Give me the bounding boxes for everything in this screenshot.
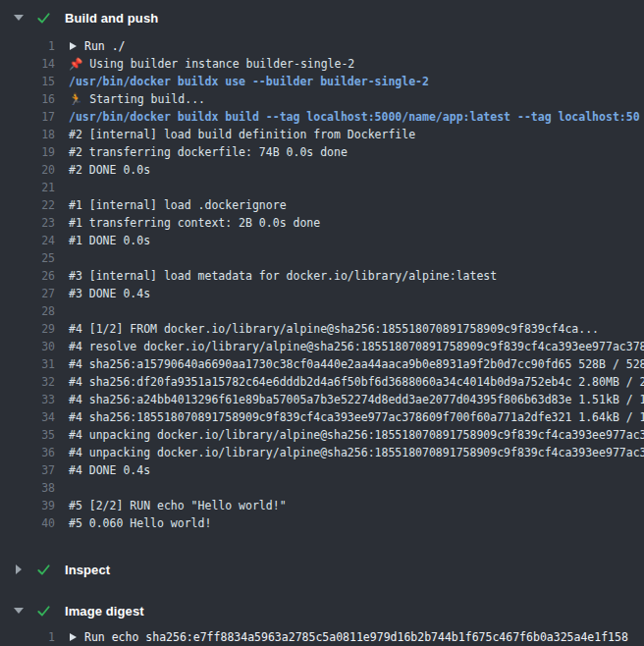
log-lines: 1Run ./14📌 Using builder instance builde… [0,31,644,542]
log-line: 25 [0,249,644,267]
line-number[interactable]: 1 [0,37,55,55]
log-text: #4 sha256:df20fa9351a15782c64e6dddb2d4a6… [69,373,644,391]
line-number[interactable]: 21 [0,179,55,196]
log-text: #3 DONE 0.4s [69,285,150,302]
section-title: Build and push [65,11,158,26]
log-line: 18#2 [internal] load build definition fr… [0,126,644,143]
log-lines: 1Run echo sha256:e7ff8834a5963a2785c5a08… [0,624,644,646]
log-text: #5 0.060 Hello world! [69,514,211,532]
line-number[interactable]: 34 [0,408,55,426]
line-number[interactable]: 37 [0,461,55,479]
log-line: 19#2 transferring dockerfile: 74B 0.0s d… [0,143,644,161]
line-number[interactable]: 40 [0,514,55,532]
line-number[interactable]: 24 [0,232,55,249]
command-text: /usr/bin/docker buildx build --tag local… [69,108,640,126]
log-text: #4 sha256:185518070891758909c9f839cf4ca3… [69,408,644,426]
line-number[interactable]: 31 [0,355,55,373]
log-line: 34#4 sha256:185518070891758909c9f839cf4c… [0,408,644,426]
log-text: #1 [internal] load .dockerignore [69,196,287,214]
log-line: 22#1 [internal] load .dockerignore [0,196,644,214]
log-line: 32#4 sha256:df20fa9351a15782c64e6dddb2d4… [0,373,644,391]
log-text: #2 transferring dockerfile: 74B 0.0s don… [69,143,348,161]
log-line: 37#4 DONE 0.4s [0,461,644,479]
line-number[interactable]: 26 [0,267,55,285]
line-number[interactable]: 25 [0,249,55,267]
line-number[interactable]: 18 [0,126,55,143]
check-success-icon [36,604,51,619]
log-text: #5 [2/2] RUN echo "Hello world!" [69,497,287,514]
log-section-build-and-push: Build and push1Run ./14📌 Using builder i… [0,4,644,542]
run-command-text: Run echo sha256:e7ff8834a5963a2785c5a081… [84,628,628,646]
line-number[interactable]: 30 [0,338,55,355]
line-number[interactable]: 39 [0,497,55,514]
line-number[interactable]: 29 [0,320,55,338]
line-number[interactable]: 36 [0,444,55,461]
line-number[interactable]: 19 [0,143,55,161]
log-text: #3 [internal] load metadata for docker.i… [69,267,497,285]
line-number[interactable]: 17 [0,108,55,126]
log-line: 36#4 unpacking docker.io/library/alpine@… [0,444,644,461]
log-line: 38 [0,479,644,497]
log-line: 24#1 DONE 0.0s [0,232,644,249]
log-line: 35#4 unpacking docker.io/library/alpine@… [0,426,644,444]
log-text: #4 unpacking docker.io/library/alpine@sh… [69,426,644,444]
run-command-text: Run ./ [84,37,126,55]
line-number[interactable]: 1 [0,628,55,646]
log-text: #4 sha256:a24bb4013296f61e89ba57005a7b3e… [69,391,644,408]
line-number[interactable]: 14 [0,55,55,73]
section-title: Inspect [65,563,110,577]
log-text: #2 [internal] load build definition from… [69,126,415,143]
line-number[interactable]: 16 [0,90,55,108]
log-line: 39#5 [2/2] RUN echo "Hello world!" [0,497,644,514]
line-number[interactable]: 15 [0,73,55,90]
workflow-log-viewer: Build and push1Run ./14📌 Using builder i… [0,4,644,646]
chevron-down-icon[interactable] [14,608,24,614]
log-section-inspect: Inspect [0,556,644,583]
expand-group-arrow-icon[interactable] [70,633,77,641]
log-text: #4 sha256:a15790640a6690aa1730c38cf0a440… [69,355,644,373]
expand-group-arrow-icon[interactable] [70,42,77,50]
log-text: #4 unpacking docker.io/library/alpine@sh… [69,444,644,461]
command-text: /usr/bin/docker buildx use --builder bui… [69,73,429,90]
log-section-image-digest: Image digest1Run echo sha256:e7ff8834a59… [0,597,644,646]
line-number[interactable]: 35 [0,426,55,444]
log-line: 21 [0,179,644,196]
log-line: 40#5 0.060 Hello world! [0,514,644,532]
log-line: 30#4 resolve docker.io/library/alpine@sh… [0,338,644,355]
log-text: #2 DONE 0.0s [69,161,150,179]
log-line: 14📌 Using builder instance builder-singl… [0,55,644,73]
line-number[interactable]: 27 [0,285,55,302]
line-number[interactable]: 28 [0,302,55,320]
check-success-icon [36,563,51,577]
check-success-icon [36,11,51,26]
section-header-inspect[interactable]: Inspect [0,556,644,583]
chevron-right-icon[interactable] [16,565,22,574]
line-number[interactable]: 22 [0,196,55,214]
line-number[interactable]: 23 [0,214,55,232]
log-line: 33#4 sha256:a24bb4013296f61e89ba57005a7b… [0,391,644,408]
line-number[interactable]: 33 [0,391,55,408]
chevron-down-icon[interactable] [14,15,24,21]
line-number[interactable]: 20 [0,161,55,179]
log-line: 1Run echo sha256:e7ff8834a5963a2785c5a08… [0,628,644,646]
section-title: Image digest [65,604,144,619]
log-text: #1 DONE 0.0s [69,232,150,249]
log-line: 23#1 transferring context: 2B 0.0s done [0,214,644,232]
line-number[interactable]: 32 [0,373,55,391]
log-text: #1 transferring context: 2B 0.0s done [69,214,320,232]
log-line: 20#2 DONE 0.0s [0,161,644,179]
log-text: #4 [1/2] FROM docker.io/library/alpine@s… [69,320,599,338]
log-line: 29#4 [1/2] FROM docker.io/library/alpine… [0,320,644,338]
log-line: 31#4 sha256:a15790640a6690aa1730c38cf0a4… [0,355,644,373]
log-line: 17/usr/bin/docker buildx build --tag loc… [0,108,644,126]
log-line: 26#3 [internal] load metadata for docker… [0,267,644,285]
log-text: 🏃 Starting build... [69,90,205,108]
log-line: 28 [0,302,644,320]
line-number[interactable]: 38 [0,479,55,497]
log-text: 📌 Using builder instance builder-single-… [69,55,354,73]
log-line: 27#3 DONE 0.4s [0,285,644,302]
log-line: 16🏃 Starting build... [0,90,644,108]
section-header-build-and-push[interactable]: Build and push [0,4,644,31]
log-text: #4 resolve docker.io/library/alpine@sha2… [69,338,644,355]
section-header-image-digest[interactable]: Image digest [0,597,644,624]
